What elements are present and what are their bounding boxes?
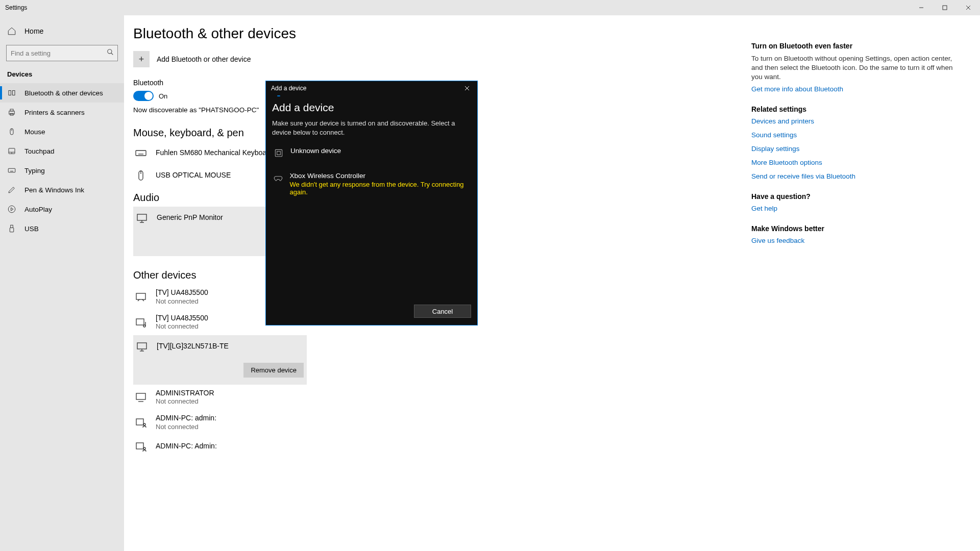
minimize-button[interactable] — [910, 0, 933, 15]
svg-rect-16 — [8, 168, 15, 172]
printer-icon — [7, 108, 16, 117]
device-name: ADMIN-PC: Admin: — [156, 442, 217, 451]
gamepad-icon — [273, 172, 283, 184]
device-name: Generic PnP Monitor — [157, 213, 223, 222]
search-input[interactable] — [6, 45, 118, 61]
sidebar-item-touchpad[interactable]: Touchpad — [0, 141, 124, 161]
device-name: [TV] UA48J5500 — [156, 288, 208, 297]
device-status: Not connected — [156, 423, 216, 431]
dialog-close-button[interactable] — [460, 83, 474, 93]
close-button[interactable] — [957, 0, 980, 15]
sidebar: Home Devices Bluetooth & other devices P… — [0, 15, 124, 551]
touchpad-icon — [7, 146, 16, 156]
svg-rect-7 — [13, 91, 15, 95]
sidebar-item-label: Printers & scanners — [24, 109, 85, 116]
device-status: Not connected — [156, 397, 214, 406]
right-title-related: Related settings — [751, 105, 965, 113]
sidebar-item-usb[interactable]: USB — [0, 219, 124, 238]
link-more-bluetooth-info[interactable]: Get more info about Bluetooth — [751, 85, 965, 93]
mouse-icon — [7, 127, 16, 136]
device-name: USB OPTICAL MOUSE — [156, 171, 231, 180]
svg-rect-50 — [275, 149, 282, 156]
svg-rect-23 — [11, 225, 13, 228]
device-status: Not connected — [156, 322, 208, 331]
keyboard-icon — [7, 166, 16, 175]
dialog-cancel-button[interactable]: Cancel — [414, 305, 471, 318]
svg-rect-6 — [9, 91, 11, 95]
svg-rect-8 — [9, 111, 15, 114]
sidebar-item-label: USB — [24, 225, 39, 233]
svg-rect-46 — [136, 443, 143, 449]
progress-indicator — [271, 95, 472, 96]
search-icon — [107, 48, 114, 58]
sidebar-item-label: Bluetooth & other devices — [24, 89, 103, 97]
monitor-icon — [135, 211, 149, 224]
svg-rect-42 — [136, 393, 145, 399]
device-name: Fuhlen SM680 Mechanical Keyboard — [156, 148, 273, 158]
sidebar-item-label: Mouse — [24, 128, 45, 136]
svg-rect-24 — [10, 228, 14, 232]
titlebar: Settings — [0, 0, 980, 15]
sidebar-item-typing[interactable]: Typing — [0, 161, 124, 180]
svg-rect-44 — [136, 419, 143, 425]
svg-rect-9 — [10, 109, 13, 111]
keyboard-icon — [134, 146, 148, 160]
discovered-device-xbox[interactable]: Xbox Wireless Controller We didn't get a… — [272, 168, 471, 200]
remove-device-button[interactable]: Remove device — [243, 363, 304, 378]
discovered-device-error: We didn't get any response from the devi… — [289, 181, 470, 196]
device-row-tv3[interactable]: [TV][LG]32LN571B-TE — [133, 335, 307, 358]
mouse-icon — [134, 169, 148, 182]
add-device-button[interactable]: + Add Bluetooth or other device — [133, 51, 745, 67]
maximize-button[interactable] — [933, 0, 957, 15]
sidebar-item-mouse[interactable]: Mouse — [0, 122, 124, 141]
add-device-label: Add Bluetooth or other device — [157, 55, 251, 63]
home-icon — [7, 27, 16, 36]
link-get-help[interactable]: Get help — [751, 205, 965, 212]
device-row-admin2[interactable]: ADMIN-PC: admin:Not connected — [133, 410, 307, 435]
home-button[interactable]: Home — [0, 21, 124, 41]
page-title: Bluetooth & other devices — [133, 26, 745, 42]
sidebar-item-autoplay[interactable]: AutoPlay — [0, 199, 124, 219]
link-send-receive-bt[interactable]: Send or receive files via Bluetooth — [751, 172, 965, 180]
sidebar-item-bluetooth[interactable]: Bluetooth & other devices — [0, 83, 124, 103]
window-title: Settings — [5, 4, 27, 11]
link-devices-printers[interactable]: Devices and printers — [751, 117, 965, 125]
pc-user-icon — [134, 440, 148, 453]
tv-music-icon — [134, 316, 148, 329]
svg-point-21 — [8, 206, 15, 213]
bluetooth-toggle[interactable] — [133, 91, 154, 101]
sidebar-item-label: Typing — [24, 167, 45, 174]
plus-icon: + — [133, 51, 150, 67]
svg-rect-25 — [136, 151, 146, 156]
svg-rect-36 — [136, 293, 145, 299]
device-generic-icon — [273, 147, 284, 159]
link-display-settings[interactable]: Display settings — [751, 145, 965, 153]
right-title-faster: Turn on Bluetooth even faster — [751, 42, 965, 50]
link-give-feedback[interactable]: Give us feedback — [751, 237, 965, 244]
right-text-faster: To turn on Bluetooth without opening Set… — [751, 54, 965, 82]
svg-rect-51 — [277, 152, 281, 155]
sidebar-item-pen[interactable]: Pen & Windows Ink — [0, 180, 124, 199]
search-wrap — [6, 45, 118, 61]
device-row-admin1[interactable]: ADMINISTRATORNot connected — [133, 385, 307, 410]
device-name: ADMIN-PC: admin: — [156, 414, 216, 423]
svg-line-5 — [111, 53, 113, 55]
pc-icon — [134, 390, 148, 404]
link-more-bt-options[interactable]: More Bluetooth options — [751, 159, 965, 166]
discovered-device-unknown[interactable]: Unknown device — [272, 143, 471, 163]
device-row-admin3[interactable]: ADMIN-PC: Admin: — [133, 435, 307, 458]
svg-rect-37 — [136, 319, 144, 325]
svg-rect-1 — [943, 6, 947, 10]
bluetooth-devices-icon — [7, 88, 16, 97]
link-sound-settings[interactable]: Sound settings — [751, 131, 965, 139]
sidebar-item-printers[interactable]: Printers & scanners — [0, 103, 124, 122]
svg-rect-33 — [137, 214, 146, 220]
device-status: Not connected — [156, 297, 208, 306]
sidebar-item-label: Pen & Windows Ink — [24, 186, 84, 194]
home-label: Home — [24, 27, 43, 35]
device-name: ADMINISTRATOR — [156, 389, 214, 398]
sidebar-section-title: Devices — [0, 66, 124, 83]
right-title-feedback: Make Windows better — [751, 224, 965, 233]
tv-icon — [134, 290, 148, 304]
monitor-icon — [135, 340, 149, 353]
